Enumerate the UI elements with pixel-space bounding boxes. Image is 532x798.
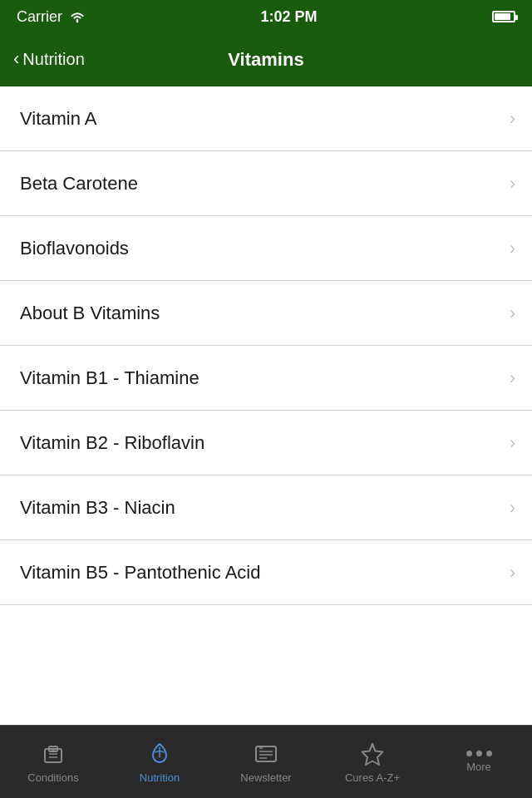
newsletter-icon — [253, 741, 279, 767]
list-item[interactable]: Vitamin A › — [0, 86, 532, 151]
battery-icon — [492, 11, 515, 22]
list-item[interactable]: Bioflavonoids › — [0, 216, 532, 281]
tab-newsletter[interactable]: Newsletter — [213, 726, 319, 798]
list-item[interactable]: Vitamin B2 - Riboflavin › — [0, 411, 532, 475]
tab-more[interactable]: More — [426, 726, 532, 798]
tab-cures[interactable]: Cures A-Z+ — [319, 726, 426, 798]
tab-newsletter-label: Newsletter — [240, 771, 291, 784]
list-item-label: Vitamin A — [20, 108, 97, 130]
conditions-icon — [40, 741, 66, 767]
list-item-label: Vitamin B3 - Niacin — [20, 497, 175, 519]
page-title: Vitamins — [228, 49, 303, 71]
tab-bar: Conditions Nutrition Newsletter Cures A-… — [0, 725, 532, 798]
chevron-right-icon: › — [510, 108, 515, 130]
list-item-label: Vitamin B2 - Riboflavin — [20, 432, 204, 454]
back-button[interactable]: ‹ Nutrition — [13, 49, 85, 70]
status-time: 1:02 PM — [260, 8, 317, 26]
carrier-label: Carrier — [17, 8, 62, 26]
status-carrier-wifi: Carrier — [17, 8, 86, 26]
chevron-right-icon: › — [510, 303, 515, 324]
back-arrow-icon: ‹ — [13, 48, 19, 70]
tab-conditions[interactable]: Conditions — [0, 726, 106, 798]
list-item[interactable]: Vitamin B1 - Thiamine › — [0, 346, 532, 411]
list-item-label: About B Vitamins — [20, 303, 160, 324]
chevron-right-icon: › — [510, 432, 515, 454]
more-dots-icon — [466, 751, 492, 756]
tab-cures-label: Cures A-Z+ — [345, 771, 400, 784]
list-item-label: Beta Carotene — [20, 173, 138, 195]
nav-bar: ‹ Nutrition Vitamins — [0, 33, 532, 86]
list-item-label: Bioflavonoids — [20, 238, 129, 259]
svg-rect-6 — [256, 746, 276, 761]
cures-icon — [359, 741, 386, 767]
list-item[interactable]: Beta Carotene › — [0, 151, 532, 216]
list-item[interactable]: About B Vitamins › — [0, 281, 532, 346]
list-item[interactable]: Vitamin B3 - Niacin › — [0, 475, 532, 540]
chevron-right-icon: › — [510, 238, 515, 259]
list-item-label: Vitamin B1 - Thiamine — [20, 367, 200, 389]
nutrition-icon — [146, 741, 173, 767]
chevron-right-icon: › — [510, 562, 515, 584]
list-item-label: Vitamin B5 - Pantothenic Acid — [20, 562, 260, 584]
status-battery — [492, 11, 515, 22]
svg-marker-11 — [362, 744, 383, 765]
chevron-right-icon: › — [510, 497, 515, 519]
status-bar: Carrier 1:02 PM — [0, 0, 532, 33]
tab-nutrition-label: Nutrition — [140, 771, 180, 784]
tab-nutrition[interactable]: Nutrition — [106, 726, 213, 798]
wifi-icon — [69, 10, 86, 23]
tab-conditions-label: Conditions — [27, 771, 78, 784]
tab-more-label: More — [466, 761, 491, 773]
back-label: Nutrition — [22, 50, 84, 69]
list-item[interactable]: Vitamin B5 - Pantothenic Acid › — [0, 540, 532, 605]
chevron-right-icon: › — [510, 367, 515, 389]
vitamins-list: Vitamin A › Beta Carotene › Bioflavonoid… — [0, 86, 532, 725]
chevron-right-icon: › — [510, 173, 515, 195]
